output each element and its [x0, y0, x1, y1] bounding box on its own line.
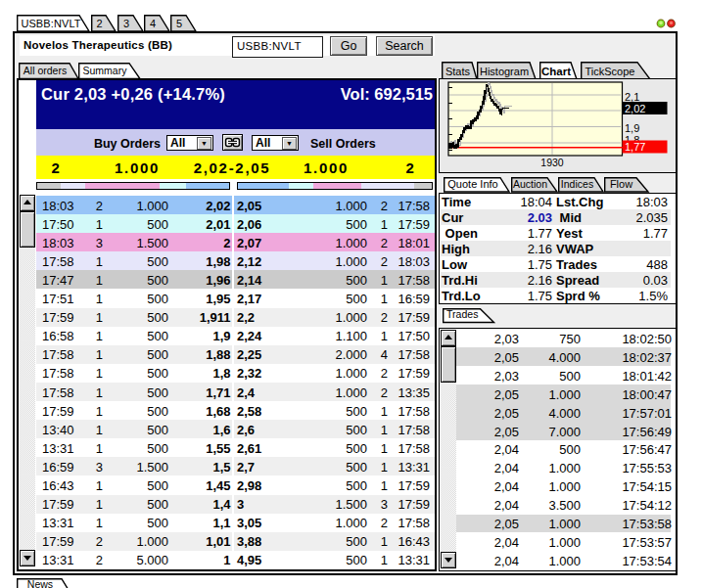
svg-text:TickScope: TickScope: [585, 65, 635, 76]
svg-text:1930: 1930: [540, 157, 564, 168]
svg-text:1,77: 1,77: [625, 141, 645, 153]
svg-text:USBB:NVLT: USBB:NVLT: [21, 18, 80, 29]
svg-text:Trades: Trades: [446, 308, 478, 320]
svg-text:2,02: 2,02: [625, 103, 645, 114]
svg-text:2: 2: [96, 18, 102, 29]
svg-text:Auction: Auction: [513, 177, 547, 189]
svg-text:Histogram: Histogram: [480, 65, 529, 76]
svg-text:Summary: Summary: [83, 65, 128, 76]
svg-text:Stats: Stats: [445, 65, 470, 76]
svg-text:4: 4: [150, 18, 156, 29]
svg-text:3: 3: [123, 18, 129, 29]
svg-text:5: 5: [176, 18, 182, 29]
svg-text:All orders: All orders: [23, 65, 67, 76]
svg-text:Quote Info: Quote Info: [447, 177, 497, 189]
svg-text:Flow: Flow: [610, 177, 632, 189]
svg-text:Chart: Chart: [541, 65, 571, 76]
svg-text:Indices: Indices: [561, 177, 593, 189]
svg-text:1,9: 1,9: [625, 122, 639, 134]
svg-text:News: News: [27, 578, 53, 588]
svg-text:2,1: 2,1: [625, 91, 639, 103]
